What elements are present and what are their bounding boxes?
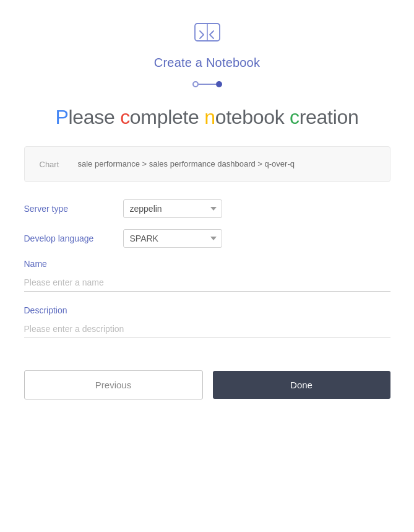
description-input[interactable] [24,320,390,338]
page-container: Create a Notebook Please complete notebo… [0,12,414,399]
chart-card: Chart sale performance > sales performan… [24,146,390,182]
step-indicator [192,81,222,87]
name-input[interactable] [24,274,390,292]
server-type-select[interactable]: zeppelin spark jupyter [123,199,222,218]
step-2-dot [216,81,222,87]
chart-row: Chart sale performance > sales performan… [40,159,375,169]
name-field-group: Name [24,259,390,292]
name-label: Name [24,259,390,269]
step-line [199,84,216,85]
done-button[interactable]: Done [213,371,390,399]
develop-language-label: Develop language [24,233,123,243]
logo-icon [194,19,221,48]
previous-button[interactable]: Previous [24,370,203,399]
step-1-dot [192,81,199,87]
develop-language-row: Develop language SPARK Python Scala R [24,229,390,248]
develop-language-select[interactable]: SPARK Python Scala R [123,229,222,248]
chart-breadcrumb: sale performance > sales performance das… [78,159,295,168]
page-title: Create a Notebook [154,56,260,70]
chart-label: Chart [40,159,71,169]
server-type-row: Server type zeppelin spark jupyter [24,199,390,218]
buttons-row: Previous Done [24,370,390,399]
description-field-group: Description [24,305,390,338]
description-label: Description [24,305,390,315]
main-heading: Please complete notebook creation [55,106,358,129]
form-container: Server type zeppelin spark jupyter Devel… [24,199,390,352]
server-type-label: Server type [24,204,123,214]
